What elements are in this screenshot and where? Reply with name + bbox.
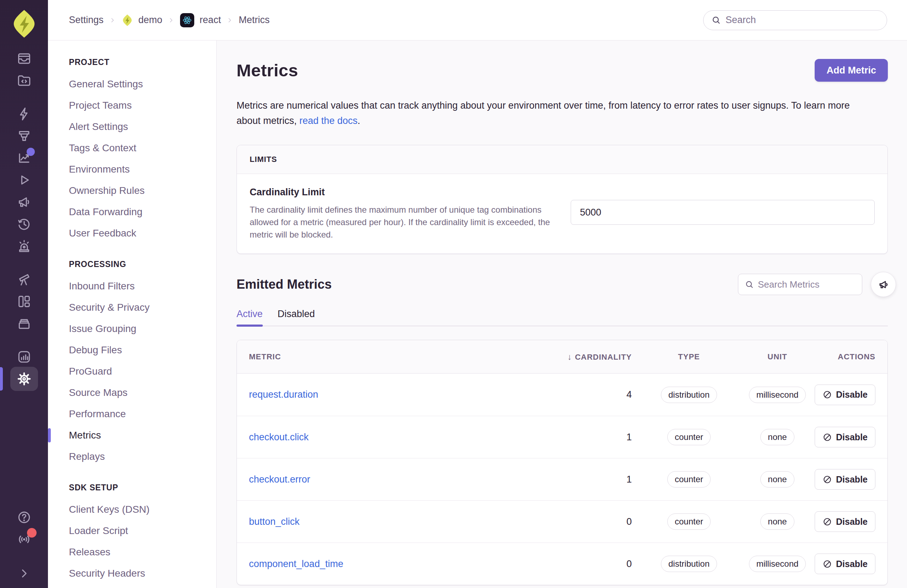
sidebar-item-tags-context[interactable]: Tags & Context <box>48 138 216 159</box>
rail-groups <box>0 48 48 390</box>
sidebar-item-ownership-rules[interactable]: Ownership Rules <box>48 180 216 201</box>
metrics-table: METRIC↓CARDINALITYTYPEUNITACTIONS reques… <box>237 340 888 585</box>
breadcrumb-react[interactable]: react <box>200 14 221 26</box>
sidebar-item-security-headers[interactable]: Security Headers <box>48 563 216 584</box>
search-metrics-input[interactable] <box>758 279 856 290</box>
breadcrumb-settings[interactable]: Settings <box>69 14 104 26</box>
sidebar-item-source-maps[interactable]: Source Maps <box>48 382 216 403</box>
cardinality-value: 0 <box>540 516 632 527</box>
disable-icon <box>822 475 832 484</box>
column-header-metric: METRIC <box>249 352 540 362</box>
rail-item-graph[interactable] <box>0 147 48 169</box>
sidebar-item-project-teams[interactable]: Project Teams <box>48 95 216 116</box>
search-metrics[interactable] <box>738 274 862 295</box>
disable-button-checkout-click[interactable]: Disable <box>815 427 875 447</box>
collapse-icon <box>17 566 32 581</box>
sidebar-item-security-privacy[interactable]: Security & Privacy <box>48 297 216 318</box>
sidebar-item-proguard[interactable]: ProGuard <box>48 361 216 382</box>
type-badge: distribution <box>661 387 717 403</box>
top-bar: SettingsdemoreactMetrics <box>48 0 907 40</box>
disable-button-request-duration[interactable]: Disable <box>815 385 875 405</box>
unit-badge: millisecond <box>749 556 806 572</box>
rail-item-alerts[interactable] <box>0 235 48 257</box>
add-metric-button[interactable]: Add Metric <box>815 59 888 82</box>
sidebar-item-environments[interactable]: Environments <box>48 159 216 180</box>
cardinality-limit-field: Cardinality Limit The cardinality limit … <box>250 187 562 241</box>
sidebar-item-loader-script[interactable]: Loader Script <box>48 520 216 542</box>
metric-link-request-duration[interactable]: request.duration <box>249 389 318 400</box>
sidebar-item-alert-settings[interactable]: Alert Settings <box>48 116 216 138</box>
breadcrumb-metrics[interactable]: Metrics <box>239 14 269 26</box>
sidebar-item-client-keys-dsn[interactable]: Client Keys (DSN) <box>48 499 216 520</box>
cardinality-limit-input[interactable] <box>571 200 875 225</box>
column-header-cardinality[interactable]: ↓CARDINALITY <box>540 352 632 362</box>
feedback-button[interactable] <box>871 272 896 297</box>
unit-badge: none <box>760 471 794 487</box>
rail-item-broadcast[interactable] <box>0 528 48 550</box>
settings-icon <box>17 372 32 386</box>
react-icon <box>180 13 194 27</box>
sidebar-item-general-settings[interactable]: General Settings <box>48 74 216 95</box>
rail-item-releases[interactable] <box>0 213 48 235</box>
emitted-tabs: ActiveDisabled <box>237 309 888 326</box>
rail-item-dashboards[interactable] <box>0 290 48 312</box>
metric-link-checkout-click[interactable]: checkout.click <box>249 432 309 442</box>
metric-link-button-click[interactable]: button_click <box>249 516 300 527</box>
global-search-input[interactable] <box>726 14 879 26</box>
rail-item-discover[interactable] <box>0 268 48 290</box>
limits-panel-header: LIMITS <box>237 145 888 174</box>
sidebar-item-issue-grouping[interactable]: Issue Grouping <box>48 318 216 340</box>
tab-disabled[interactable]: Disabled <box>278 309 315 320</box>
metrics-table-body: request.duration4distributionmillisecond… <box>237 373 888 585</box>
rail-item-collapse[interactable] <box>0 562 48 585</box>
type-badge: counter <box>667 429 711 445</box>
projects-icon <box>17 73 32 88</box>
rail-bottom <box>0 506 48 588</box>
global-search[interactable] <box>703 10 887 30</box>
alerts-icon <box>17 239 32 253</box>
sidebar-item-replays[interactable]: Replays <box>48 446 216 467</box>
metric-link-checkout-error[interactable]: checkout.error <box>249 474 310 485</box>
sidebar-item-releases[interactable]: Releases <box>48 542 216 563</box>
rail-item-feedback[interactable] <box>0 191 48 213</box>
unit-badge: none <box>760 513 794 530</box>
metric-link-component-load-time[interactable]: component_load_time <box>249 559 343 569</box>
rail-item-ingest-funnel[interactable] <box>0 125 48 147</box>
table-row-request-duration: request.duration4distributionmillisecond… <box>237 373 888 416</box>
tab-active[interactable]: Active <box>237 309 263 320</box>
icon-rail <box>0 0 48 588</box>
disable-button-button-click[interactable]: Disable <box>815 511 875 532</box>
rail-item-archive[interactable] <box>0 312 48 335</box>
sidebar-item-performance[interactable]: Performance <box>48 403 216 425</box>
rail-item-replays[interactable] <box>0 169 48 191</box>
help-icon <box>17 510 32 525</box>
cardinality-value: 1 <box>540 432 632 443</box>
rail-item-issues[interactable] <box>0 48 48 70</box>
discover-icon <box>17 272 32 287</box>
breadcrumb-separator-icon <box>226 17 233 24</box>
sidebar-item-metrics[interactable]: Metrics <box>48 425 216 446</box>
sort-descending-icon: ↓ <box>567 352 572 362</box>
red-dot-badge <box>27 528 37 538</box>
breadcrumb-demo[interactable]: demo <box>138 14 163 26</box>
rail-item-settings[interactable] <box>0 368 48 390</box>
purple-dot-badge <box>27 148 35 156</box>
nav-section-processing: PROCESSING <box>69 260 216 269</box>
broadcast-icon <box>17 532 32 547</box>
disable-button-checkout-error[interactable]: Disable <box>815 469 875 490</box>
disable-button-component-load-time[interactable]: Disable <box>815 554 875 574</box>
rail-item-help[interactable] <box>0 506 48 528</box>
rail-item-projects[interactable] <box>0 70 48 91</box>
cardinality-limit-help: The cardinality limit defines the maximu… <box>250 203 562 241</box>
sidebar-item-inbound-filters[interactable]: Inbound Filters <box>48 276 216 297</box>
sidebar-item-debug-files[interactable]: Debug Files <box>48 340 216 361</box>
unit-badge: millisecond <box>749 387 806 403</box>
sentry-logo[interactable] <box>0 0 48 48</box>
rail-item-quickstart[interactable] <box>0 103 48 125</box>
rail-item-stats[interactable] <box>0 346 48 368</box>
sidebar-item-user-feedback[interactable]: User Feedback <box>48 223 216 244</box>
column-header-actions: ACTIONS <box>809 352 875 362</box>
sidebar-item-data-forwarding[interactable]: Data Forwarding <box>48 201 216 223</box>
read-the-docs-link[interactable]: read the docs <box>300 115 357 126</box>
quickstart-icon <box>17 107 32 122</box>
